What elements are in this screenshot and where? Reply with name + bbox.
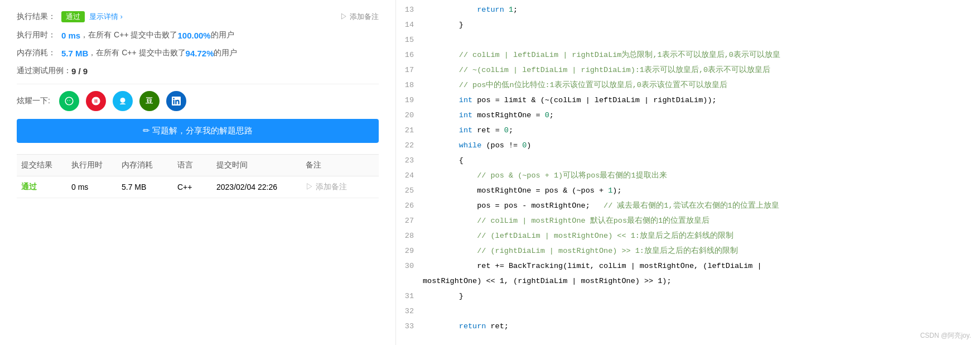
test-cases-value: 9 / 9 bbox=[71, 66, 88, 76]
code-line: 19 int pos = limit & (~(colLim | leftDia… bbox=[396, 93, 980, 108]
left-panel: 执行结果： 通过 显示详情 › ▷ 添加备注 执行用时： 0 ms ，在所有 C… bbox=[0, 0, 396, 345]
line-number: 33 bbox=[396, 319, 423, 334]
code-line: 22 while (pos != 0) bbox=[396, 138, 980, 153]
col-header-time-submit: 提交时间 bbox=[212, 160, 301, 170]
line-number: 30 bbox=[396, 258, 423, 274]
execution-time-value: 0 ms bbox=[61, 31, 80, 40]
code-line: 24 // pos & (~pos + 1)可以将pos最右侧的1提取出来 bbox=[396, 168, 980, 183]
code-line: 14 } bbox=[396, 17, 980, 32]
code-line: 30 ret += BackTracking(limit, colLim | m… bbox=[396, 258, 980, 274]
code-content: // pos & (~pos + 1)可以将pos最右侧的1提取出来 bbox=[423, 168, 969, 183]
code-content: // ~(colLim | leftDiaLim | rightDiaLim):… bbox=[423, 63, 969, 78]
code-content bbox=[423, 304, 969, 319]
row-add-note[interactable]: ▷ 添加备注 bbox=[301, 182, 357, 192]
code-line: 15 bbox=[396, 32, 980, 47]
row-time: 0 ms bbox=[67, 183, 117, 191]
line-number: 24 bbox=[396, 168, 423, 183]
write-solution-button[interactable]: ✏ 写题解，分享我的解题思路 bbox=[17, 119, 379, 143]
pass-badge: 通过 bbox=[61, 11, 85, 22]
col-header-result: 提交结果 bbox=[17, 160, 67, 170]
code-line: 31 } bbox=[396, 289, 980, 304]
code-line: 18 // pos中的低n位比特位:1表示该位置可以放皇后,0表示该位置不可以放… bbox=[396, 78, 980, 93]
line-number: 14 bbox=[396, 17, 423, 32]
code-content: return 1; bbox=[423, 2, 969, 17]
code-content: // (rightDiaLim | mostRightOne) >> 1:放皇后… bbox=[423, 243, 969, 258]
execution-time-label: 执行用时： bbox=[17, 30, 61, 40]
table-row: 通过 0 ms 5.7 MB C++ 2023/02/04 22:26 ▷ 添加… bbox=[17, 176, 379, 198]
memory-row: 内存消耗： 5.7 MB ，在所有 C++ 提交中击败了 94.72% 的用户 bbox=[17, 48, 379, 58]
code-line: 33 return ret; bbox=[396, 319, 980, 334]
memory-value: 5.7 MB bbox=[61, 49, 88, 58]
code-content: int pos = limit & (~(colLim | leftDiaLim… bbox=[423, 93, 969, 108]
line-number: 32 bbox=[396, 304, 423, 319]
code-line: 23 { bbox=[396, 153, 980, 168]
code-line: 16 // colLim | leftDiaLim | rightDiaLim为… bbox=[396, 47, 980, 63]
execution-result-label: 执行结果： bbox=[17, 12, 61, 22]
code-editor: 13 return 1;14 }15 16 // colLim | leftDi… bbox=[396, 0, 980, 345]
col-header-note: 备注 bbox=[301, 160, 357, 170]
code-content: { bbox=[423, 153, 969, 168]
line-number: 15 bbox=[396, 32, 423, 47]
code-content: int mostRightOne = 0; bbox=[423, 108, 969, 123]
line-number: 13 bbox=[396, 2, 423, 17]
line-number: 17 bbox=[396, 63, 423, 78]
row-submit-time: 2023/02/04 22:26 bbox=[212, 183, 301, 191]
code-line: 13 return 1; bbox=[396, 2, 980, 17]
divider-1 bbox=[17, 84, 379, 84]
test-cases-label: 通过测试用例： bbox=[17, 66, 71, 76]
detail-link[interactable]: 显示详情 › bbox=[89, 12, 123, 22]
test-cases-row: 通过测试用例： 9 / 9 bbox=[17, 66, 379, 76]
code-content: ret += BackTracking(limit, colLim | most… bbox=[423, 258, 969, 274]
execution-time-pct: 100.00% bbox=[177, 31, 210, 40]
line-number: 20 bbox=[396, 108, 423, 123]
code-line: 29 // (rightDiaLim | mostRightOne) >> 1:… bbox=[396, 243, 980, 258]
line-number: 21 bbox=[396, 123, 423, 138]
execution-time-suffix: 的用户 bbox=[211, 30, 234, 40]
table-header: 提交结果 执行用时 内存消耗 语言 提交时间 备注 bbox=[17, 154, 379, 176]
code-content: // colLim | mostRightOne 默认在pos最右侧的1的位置放… bbox=[423, 213, 969, 228]
memory-suffix: 的用户 bbox=[214, 48, 237, 58]
memory-sep: ，在所有 C++ 提交中击败了 bbox=[88, 48, 185, 58]
weibo-icon[interactable] bbox=[86, 91, 106, 111]
code-content: // colLim | leftDiaLim | rightDiaLim为总限制… bbox=[423, 47, 969, 63]
code-area[interactable]: 13 return 1;14 }15 16 // colLim | leftDi… bbox=[396, 0, 980, 345]
linkedin-icon[interactable] bbox=[166, 91, 186, 111]
code-content: mostRightOne) << 1, (rightDiaLim | mostR… bbox=[423, 274, 969, 289]
code-content: // pos中的低n位比特位:1表示该位置可以放皇后,0表示该位置不可以放皇后 bbox=[423, 78, 969, 93]
wechat-icon[interactable] bbox=[59, 91, 79, 111]
col-header-time: 执行用时 bbox=[67, 160, 117, 170]
line-number: 31 bbox=[396, 289, 423, 304]
code-line: 20 int mostRightOne = 0; bbox=[396, 108, 980, 123]
line-number: 23 bbox=[396, 153, 423, 168]
code-line: 32 bbox=[396, 304, 980, 319]
line-number: 22 bbox=[396, 138, 423, 153]
share-row: 炫耀一下: 豆 bbox=[17, 91, 379, 111]
code-line: 21 int ret = 0; bbox=[396, 123, 980, 138]
line-number: 18 bbox=[396, 78, 423, 93]
line-number: 27 bbox=[396, 213, 423, 228]
code-content: while (pos != 0) bbox=[423, 138, 969, 153]
qq-icon[interactable] bbox=[113, 91, 133, 111]
memory-label: 内存消耗： bbox=[17, 48, 61, 58]
code-line: 17 // ~(colLim | leftDiaLim | rightDiaLi… bbox=[396, 63, 980, 78]
row-result: 通过 bbox=[17, 182, 67, 192]
col-header-lang: 语言 bbox=[173, 160, 212, 170]
line-number: 26 bbox=[396, 198, 423, 213]
add-note-button[interactable]: ▷ 添加备注 bbox=[340, 12, 379, 22]
code-content: } bbox=[423, 289, 969, 304]
execution-time-sep: ，在所有 C++ 提交中击败了 bbox=[80, 30, 177, 40]
douban-icon[interactable]: 豆 bbox=[139, 91, 160, 111]
line-number: 16 bbox=[396, 47, 423, 63]
line-number: 29 bbox=[396, 243, 423, 258]
execution-time-row: 执行用时： 0 ms ，在所有 C++ 提交中击败了 100.00% 的用户 bbox=[17, 30, 379, 40]
line-number: 28 bbox=[396, 228, 423, 243]
col-header-memory: 内存消耗 bbox=[117, 160, 173, 170]
code-content bbox=[423, 32, 969, 47]
row-memory: 5.7 MB bbox=[117, 183, 173, 191]
share-label: 炫耀一下: bbox=[17, 96, 50, 106]
code-content: int ret = 0; bbox=[423, 123, 969, 138]
svg-point-0 bbox=[120, 98, 125, 103]
code-line: 25 mostRightOne = pos & (~pos + 1); bbox=[396, 183, 980, 198]
code-content: } bbox=[423, 17, 969, 32]
memory-pct: 94.72% bbox=[186, 49, 214, 58]
